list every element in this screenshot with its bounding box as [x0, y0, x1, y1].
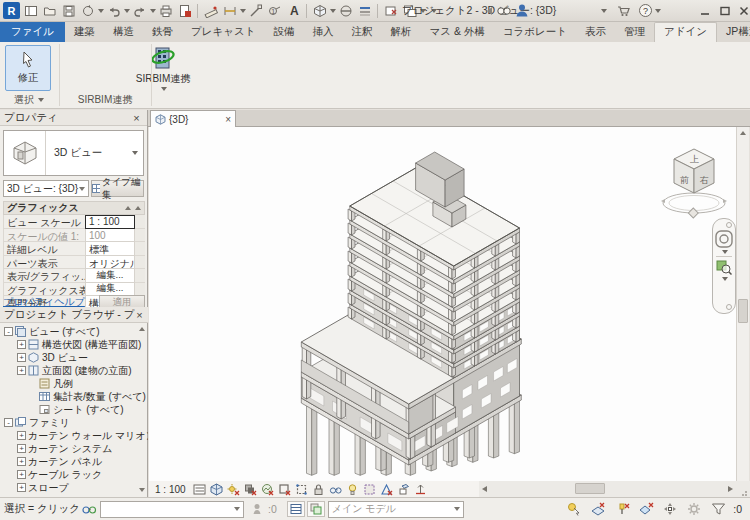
view-tab-close-icon[interactable]: × — [225, 114, 231, 125]
tab-architecture[interactable]: 建築 — [65, 22, 104, 42]
detail-level-value[interactable]: 標準 — [85, 242, 135, 256]
tab-massing-site[interactable]: マス & 外構 — [420, 22, 493, 42]
tag-icon[interactable]: 1 — [266, 2, 283, 19]
tab-annotate[interactable]: 注釈 — [342, 22, 381, 42]
crop-view-icon[interactable] — [278, 483, 292, 496]
sun-path-icon[interactable] — [227, 483, 241, 496]
app-logo[interactable]: R — [3, 2, 20, 19]
parts-visibility-value[interactable]: オリジナルを表示 — [85, 256, 135, 270]
building-model[interactable] — [149, 127, 736, 481]
shadows-icon[interactable] — [244, 483, 258, 496]
select-panel-label[interactable]: 選択 — [0, 93, 58, 107]
ui-toggle-icon[interactable] — [22, 2, 39, 19]
expander[interactable]: + — [17, 470, 26, 479]
tab-manage[interactable]: 管理 — [615, 22, 654, 42]
sync-menu-caret[interactable] — [98, 9, 104, 13]
zoom-menu-caret[interactable] — [722, 277, 728, 281]
expander[interactable] — [28, 392, 37, 401]
open-icon[interactable] — [41, 2, 58, 19]
tree-item-curtain-systems[interactable]: +カーテン システム — [0, 442, 148, 455]
export-icon[interactable] — [176, 2, 193, 19]
lock-view-icon[interactable] — [312, 483, 326, 496]
tab-structure[interactable]: 構造 — [104, 22, 143, 42]
view-scale-value[interactable]: 1 : 100 — [85, 215, 135, 229]
undo-menu-caret[interactable] — [124, 9, 130, 13]
show-crop-region-icon[interactable] — [295, 483, 309, 496]
detail-level-icon[interactable] — [193, 483, 207, 496]
tab-insert[interactable]: 挿入 — [303, 22, 342, 42]
drawing-area[interactable]: 上 前 右 — [149, 127, 736, 481]
reveal-constraints-icon[interactable] — [414, 483, 428, 496]
maximize-button[interactable] — [716, 3, 733, 18]
selection-filter-icon[interactable] — [709, 501, 727, 517]
tab-view[interactable]: 表示 — [576, 22, 615, 42]
type-selector-caret[interactable] — [132, 151, 138, 155]
expander[interactable]: + — [17, 431, 26, 440]
active-workset-select[interactable] — [100, 501, 244, 518]
expander[interactable]: + — [17, 457, 26, 466]
minimize-button[interactable] — [696, 3, 713, 18]
steering-wheel-icon[interactable] — [715, 230, 733, 248]
expander[interactable]: - — [4, 418, 13, 427]
tree-item-elevations[interactable]: +立面図 (建物の立面) — [0, 364, 148, 377]
model-line-icon[interactable] — [247, 2, 264, 19]
app-store-icon[interactable] — [615, 2, 632, 19]
help-icon[interactable]: ? — [637, 2, 654, 19]
tab-systems[interactable]: 設備 — [264, 22, 303, 42]
3d-view-menu-caret[interactable] — [330, 9, 336, 13]
expander[interactable]: + — [17, 366, 26, 375]
expander[interactable]: + — [17, 483, 26, 492]
grid-scrollbar[interactable] — [135, 215, 145, 229]
default-3d-view-icon[interactable] — [311, 2, 328, 19]
expander[interactable]: + — [17, 444, 26, 453]
scroll-left-icon[interactable] — [482, 486, 487, 492]
tree-item-curtain-panels[interactable]: +カーテン パネル — [0, 455, 148, 468]
scroll-up-icon[interactable] — [740, 131, 746, 135]
close-hidden-windows-icon[interactable] — [382, 2, 399, 19]
worksets-status-icon[interactable] — [80, 501, 98, 517]
graphics-section-row[interactable]: グラフィックス — [3, 201, 145, 215]
thin-lines-icon[interactable] — [356, 2, 373, 19]
drag-on-selection-icon[interactable] — [661, 501, 679, 517]
tree-item-structural-plans[interactable]: +構造伏図 (構造平面図) — [0, 338, 148, 351]
design-option-select[interactable]: メイン モデル — [328, 501, 464, 518]
temporary-hide-isolate-icon[interactable] — [329, 483, 343, 496]
highlight-displacement-icon[interactable] — [397, 483, 411, 496]
print-icon[interactable] — [157, 2, 174, 19]
temporary-view-properties-icon[interactable] — [363, 483, 377, 496]
rendering-icon[interactable] — [261, 483, 275, 496]
tree-item-cable-trays[interactable]: +ケーブル ラック — [0, 468, 148, 481]
edit-type-button[interactable]: タイプ編集 — [91, 180, 144, 197]
section-collapse-icon[interactable] — [125, 206, 131, 210]
tree-scroll-up-icon[interactable] — [139, 327, 145, 331]
select-by-face-icon[interactable] — [637, 501, 655, 517]
project-browser-header[interactable]: プロジェクト ブラウザ - プロジェクト2 × — [0, 307, 148, 323]
tree-item-legends[interactable]: 凡例 — [0, 377, 148, 390]
properties-close-icon[interactable]: × — [130, 112, 143, 124]
tab-precast[interactable]: プレキャスト — [182, 22, 264, 42]
background-processes-icon[interactable] — [685, 501, 703, 517]
visual-style-icon[interactable] — [210, 483, 224, 496]
scale-button[interactable]: 1 : 100 — [155, 484, 186, 495]
section-icon[interactable] — [337, 2, 354, 19]
view-instance-select[interactable]: 3D ビュー: {3D} — [3, 180, 89, 197]
expander[interactable]: + — [17, 353, 26, 362]
navbar-close-icon[interactable] — [726, 222, 732, 228]
type-selector[interactable]: 3D ビュー — [3, 130, 144, 176]
aligned-dimension-icon[interactable] — [221, 2, 238, 19]
tab-steel[interactable]: 鉄骨 — [143, 22, 182, 42]
expander[interactable]: - — [4, 327, 13, 336]
tab-collaborate[interactable]: コラボレート — [494, 22, 576, 42]
expander[interactable] — [28, 379, 37, 388]
search-collapse-icon[interactable] — [487, 7, 492, 15]
tree-item-ducts[interactable]: +ダクト — [0, 494, 148, 496]
vertical-scroll-thumb[interactable] — [738, 299, 748, 323]
measure-icon[interactable] — [202, 2, 219, 19]
select-links-icon[interactable] — [565, 501, 583, 517]
visibility-edit-button[interactable]: 編集... — [85, 269, 135, 283]
tree-item-views[interactable]: -ビュー (すべて) — [0, 325, 148, 338]
tab-addins[interactable]: アドイン — [654, 22, 717, 42]
redo-menu-caret[interactable] — [150, 9, 156, 13]
save-icon[interactable] — [60, 2, 77, 19]
dimension-menu-caret[interactable] — [240, 9, 246, 13]
